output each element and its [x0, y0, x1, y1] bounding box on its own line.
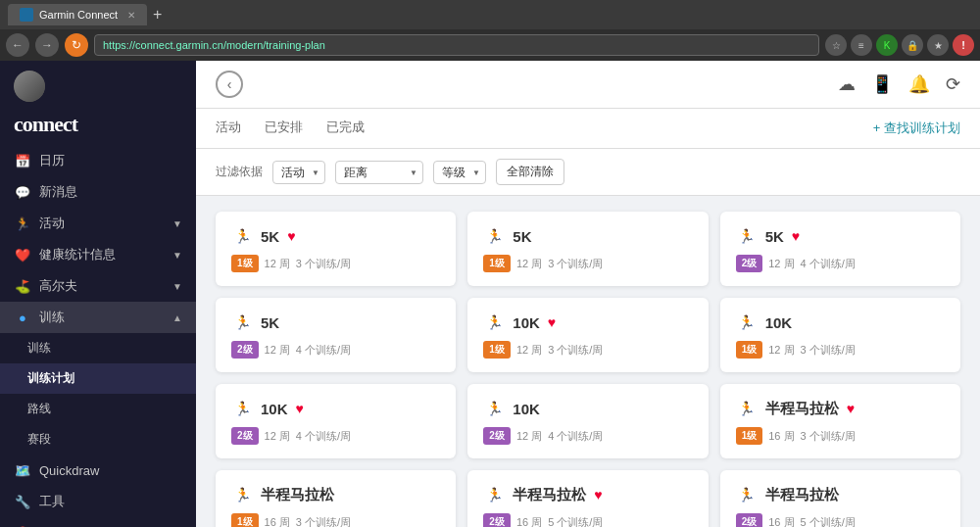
star-icon[interactable]: ★ — [927, 34, 949, 56]
training-plan-card[interactable]: 🏃 10K 1级 12 周 3 个训练/周 — [720, 298, 960, 372]
sidebar-item-activities[interactable]: 🏃 活动 ▼ — [0, 208, 196, 239]
card-title: 半程马拉松 — [513, 486, 586, 504]
level-badge: 2级 — [736, 255, 763, 272]
new-tab-btn[interactable]: + — [153, 6, 162, 24]
sidebar-item-routes[interactable]: 路线 — [0, 394, 196, 424]
training-plan-card[interactable]: 🏃 半程马拉松 ♥ 2级 16 周 5 个训练/周 — [467, 470, 708, 527]
golf-chevron: ▼ — [172, 281, 182, 292]
training-plan-card[interactable]: 🏃 5K ♥ 1级 12 周 3 个训练/周 — [216, 212, 456, 286]
avatar[interactable] — [14, 71, 45, 102]
card-weeks: 12 周 — [516, 429, 542, 444]
sidebar-label-training: 训练 — [39, 309, 165, 326]
run-icon: 🏃 — [736, 225, 758, 247]
sidebar-item-calendar[interactable]: 📅 日历 — [0, 145, 196, 176]
refresh-content-icon[interactable]: ⟳ — [946, 73, 960, 95]
distance-select[interactable]: 距离 5K 10K 半程马拉松 — [335, 161, 423, 184]
tab-close-btn[interactable]: ✕ — [127, 10, 135, 21]
card-title: 半程马拉松 — [765, 400, 839, 418]
sidebar-item-insights[interactable]: 📍 Insights — [0, 517, 196, 527]
back-nav-btn[interactable]: ← — [6, 33, 29, 57]
level-badge: 2级 — [483, 513, 511, 527]
card-meta: 2级 12 周 4 个训练/周 — [736, 255, 945, 272]
training-plan-card[interactable]: 🏃 5K 1级 12 周 3 个训练/周 — [467, 212, 708, 286]
type-select-wrapper: 活动 跑步 — [272, 161, 325, 184]
training-plan-card[interactable]: 🏃 半程马拉松 2级 16 周 5 个训练/周 — [720, 470, 960, 527]
content-back-btn[interactable]: ‹ — [216, 71, 243, 98]
run-icon: 🏃 — [231, 484, 253, 505]
card-weeks: 16 周 — [265, 515, 290, 528]
sidebar-item-health[interactable]: ❤️ 健康统计信息 ▼ — [0, 239, 196, 270]
level-badge: 2级 — [231, 341, 259, 359]
training-plan-card[interactable]: 🏃 10K ♥ 2级 12 周 4 个训练/周 — [216, 384, 456, 458]
heart-icon: ♥ — [792, 228, 800, 244]
level-badge: 2级 — [231, 427, 259, 445]
sidebar-item-race[interactable]: 赛段 — [0, 424, 196, 455]
training-plan-card[interactable]: 🏃 5K ♥ 2级 12 周 4 个训练/周 — [720, 212, 960, 286]
refresh-btn[interactable]: ↻ — [65, 33, 88, 57]
training-chevron: ▲ — [172, 312, 182, 323]
sidebar-item-quickdraw[interactable]: 🗺️ Quickdraw — [0, 455, 196, 486]
card-weeks: 16 周 — [516, 515, 542, 528]
training-plan-card[interactable]: 🏃 5K 2级 12 周 4 个训练/周 — [216, 298, 456, 372]
training-plan-card[interactable]: 🏃 半程马拉松 ♥ 1级 16 周 3 个训练/周 — [720, 384, 960, 458]
address-bar-row: ← → ↻ ☆ ≡ K 🔒 ★ ! — [0, 29, 980, 61]
card-sessions: 4 个训练/周 — [801, 257, 856, 271]
heart-icon: ♥ — [548, 314, 556, 330]
address-input[interactable] — [94, 34, 819, 56]
tabs-row: 活动 已安排 已完成 查找训练计划 — [196, 109, 980, 149]
card-sessions: 4 个训练/周 — [548, 429, 603, 444]
golf-icon: ⛳ — [14, 277, 31, 295]
activities-icon: 🏃 — [14, 215, 31, 232]
sidebar-item-tools[interactable]: 🔧 工具 — [0, 486, 196, 517]
toolbar-icons: ☆ ≡ K 🔒 ★ ! — [825, 34, 974, 56]
content-area: ‹ ☁ 📱 🔔 ⟳ 活动 已安排 已完成 查找训练计划 过滤依据 活动 跑步 — [196, 61, 980, 527]
type-select[interactable]: 活动 跑步 — [272, 161, 325, 184]
sidebar-item-golf[interactable]: ⛳ 高尔夫 ▼ — [0, 270, 196, 302]
level-select-wrapper: 等级 1级 2级 — [433, 161, 486, 184]
card-weeks: 12 周 — [768, 257, 794, 271]
forward-nav-btn[interactable]: → — [35, 33, 59, 57]
card-header: 🏃 10K ♥ — [483, 311, 692, 333]
sidebar-item-training-sub[interactable]: 训练 — [0, 333, 196, 363]
level-badge: 1级 — [483, 341, 511, 359]
filter-label: 过滤依据 — [216, 164, 263, 180]
training-plan-card[interactable]: 🏃 10K ♥ 1级 12 周 3 个训练/周 — [467, 298, 708, 372]
header-icons: ☁ 📱 🔔 ⟳ — [838, 73, 960, 95]
sidebar-item-training-plan[interactable]: 训练计划 — [0, 363, 196, 394]
level-badge: 1级 — [231, 255, 259, 272]
active-tab[interactable]: Garmin Connect ✕ — [8, 4, 147, 25]
tab-scheduled[interactable]: 已安排 — [265, 109, 303, 148]
run-icon: 🏃 — [231, 311, 253, 333]
run-icon: 🏃 — [483, 484, 505, 505]
training-plan-card[interactable]: 🏃 10K 2级 12 周 4 个训练/周 — [467, 384, 708, 458]
card-weeks: 12 周 — [516, 343, 542, 358]
user-icon[interactable]: ! — [953, 34, 974, 56]
browser-menu-icon[interactable]: ≡ — [851, 34, 872, 56]
level-badge: 1级 — [231, 513, 259, 527]
calendar-icon: 📅 — [14, 152, 31, 169]
upload-icon[interactable]: ☁ — [838, 73, 856, 95]
card-title: 10K — [261, 401, 288, 417]
level-badge: 1级 — [736, 427, 763, 445]
quickdraw-icon: 🗺️ — [14, 461, 31, 479]
tab-activities[interactable]: 活动 — [216, 109, 241, 148]
device-icon[interactable]: 📱 — [871, 73, 893, 95]
card-title: 半程马拉松 — [765, 486, 839, 504]
tab-completed[interactable]: 已完成 — [326, 109, 365, 148]
level-select[interactable]: 等级 1级 2级 — [433, 161, 486, 184]
notification-icon[interactable]: 🔔 — [908, 73, 930, 95]
card-header: 🏃 5K ♥ — [231, 225, 440, 247]
lock-icon[interactable]: 🔒 — [902, 34, 923, 56]
card-meta: 1级 12 周 3 个训练/周 — [483, 341, 692, 359]
card-header: 🏃 10K — [736, 311, 945, 333]
find-plan-btn[interactable]: 查找训练计划 — [873, 120, 960, 137]
extension-k-icon[interactable]: K — [876, 34, 898, 56]
card-title: 5K — [765, 228, 784, 245]
heart-icon: ♥ — [296, 401, 304, 416]
sidebar-item-training[interactable]: ● 训练 ▲ — [0, 302, 196, 333]
level-badge: 1级 — [736, 341, 763, 359]
training-plan-card[interactable]: 🏃 半程马拉松 1级 16 周 3 个训练/周 — [216, 470, 456, 527]
clear-filters-btn[interactable]: 全部清除 — [496, 159, 564, 185]
bookmark-star-icon[interactable]: ☆ — [825, 34, 847, 56]
sidebar-item-messages[interactable]: 💬 新消息 — [0, 176, 196, 208]
